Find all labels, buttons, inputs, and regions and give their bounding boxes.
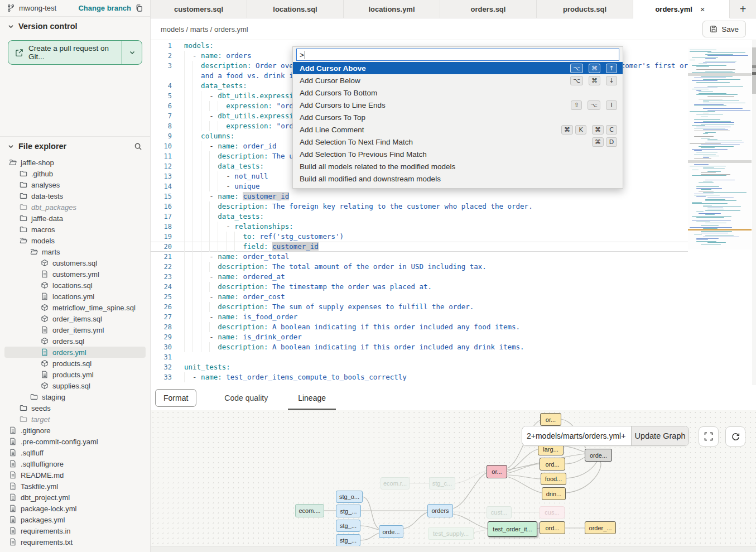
file-tree-item-order-items-yml[interactable]: order_items.yml (4, 324, 146, 335)
change-branch-link[interactable]: Change branch (78, 4, 131, 12)
bottom-tab-lineage[interactable]: Lineage (296, 385, 328, 410)
file-tree-item-order-items-sql[interactable]: order_items.sql (4, 313, 146, 324)
lineage-node-or-[interactable]: or... (540, 413, 561, 426)
fullscreen-button[interactable] (699, 426, 719, 447)
file-tree-item-requirements-txt[interactable]: requirements.txt (4, 536, 146, 548)
tab-locations-yml[interactable]: locations.yml (344, 0, 440, 18)
palette-item-build-all-modified-and-downstream-models[interactable]: Build all modified and downstream models (293, 172, 623, 185)
lineage-node-order-[interactable]: order_... (585, 521, 616, 534)
new-tab-button[interactable]: + (730, 0, 756, 18)
file-tree-item-supplies-sql[interactable]: supplies.sql (4, 380, 146, 391)
horizontal-scrollbar-track[interactable] (151, 546, 756, 552)
file-tree-item--pre-commit-config-yaml[interactable]: .pre-commit-config.yaml (4, 436, 146, 447)
tab-orders-yml[interactable]: orders.yml× (633, 0, 730, 18)
lineage-node-cust-[interactable]: cust... (487, 506, 512, 519)
file-tree-item-dbt-project-yml[interactable]: dbt_project.yml (4, 492, 146, 503)
file-tree-item-orders-yml[interactable]: orders.yml (4, 347, 146, 358)
palette-item-add-selection-to-previous-find-match[interactable]: Add Selection To Previous Find Match (293, 148, 623, 160)
file-tree-item--github[interactable]: .github (4, 168, 146, 179)
file-tree-item-locations-sql[interactable]: locations.sql (4, 280, 146, 291)
file-tree-item-packages-yml[interactable]: packages.yml (4, 514, 146, 525)
file-tree-item-metricflow-time-spine-sql[interactable]: metricflow_time_spine.sql (4, 302, 146, 313)
lineage-node-stg-[interactable]: stg_... (336, 505, 361, 517)
file-tree-item-target[interactable]: target (4, 414, 146, 425)
file-tree-item-package-lock-yml[interactable]: package-lock.yml (4, 503, 146, 514)
lineage-node-stg-[interactable]: stg_... (336, 534, 360, 546)
lineage-node-orde-[interactable]: orde... (379, 525, 403, 538)
lineage-node-or-[interactable]: or... (487, 465, 507, 478)
file-tree-item-customers-sql[interactable]: customers.sql (4, 257, 146, 268)
palette-item-add-cursor-above[interactable]: Add Cursor Above⌥⌘↑ (293, 62, 623, 74)
update-graph-button[interactable]: Update Graph (631, 426, 688, 445)
tab-orders-sql[interactable]: orders.sql (440, 0, 537, 18)
lineage-node-orders[interactable]: orders (427, 504, 453, 517)
file-tree-item-locations-yml[interactable]: locations.yml (4, 291, 146, 302)
file-tree-item-customers-yml[interactable]: customers.yml (4, 268, 146, 280)
format-button[interactable]: Format (155, 389, 196, 407)
file-tree-item--sqlfluff[interactable]: .sqlfluff (4, 447, 146, 458)
file-tree-item-seeds[interactable]: seeds (4, 402, 146, 414)
lineage-node-stg-o-[interactable]: stg_o... (336, 491, 363, 503)
file-tree-item-jaffle-data[interactable]: jaffle-data (4, 213, 146, 224)
lineage-node-ord-[interactable]: ord... (540, 458, 565, 471)
file-tree-item--sqlfluffignore[interactable]: .sqlfluffignore (4, 458, 146, 469)
palette-item-add-selection-to-next-find-match[interactable]: Add Selection To Next Find Match⌘D (293, 136, 623, 148)
search-icon[interactable] (134, 142, 142, 151)
palette-item-add-cursors-to-bottom[interactable]: Add Cursors To Bottom (293, 87, 623, 99)
bottom-tab-code-quality[interactable]: Code quality (222, 385, 270, 410)
lineage-node-ecom-r-[interactable]: ecom.r... (381, 477, 410, 489)
file-tree-item-taskfile-yml[interactable]: Taskfile.yml (4, 481, 146, 492)
file-explorer-header[interactable]: File explorer (0, 137, 150, 156)
lineage-node-orde-[interactable]: orde... (585, 449, 612, 462)
file-tree-item-data-tests[interactable]: data-tests (4, 190, 146, 201)
create-pr-dropdown[interactable] (122, 41, 142, 64)
lineage-node-stg-[interactable]: stg_... (336, 520, 360, 532)
code-token: description: (218, 262, 268, 271)
file-tree-item-products-yml[interactable]: products.yml (4, 369, 146, 380)
palette-item-add-cursors-to-top[interactable]: Add Cursors To Top (293, 111, 623, 123)
file-tree-item-orders-sql[interactable]: orders.sql (4, 335, 146, 347)
file-tree-item-readme-md[interactable]: README.md (4, 469, 146, 481)
code-token: - (209, 112, 218, 120)
lineage-selector-input[interactable] (522, 426, 631, 445)
file-tree-item-jaffle-shop[interactable]: jaffle-shop (4, 157, 146, 168)
lineage-canvas[interactable]: or...larg...orde...ord...or...food...eco… (151, 410, 756, 546)
file-tree-item-dbt-packages[interactable]: dbt_packages (4, 201, 146, 213)
lineage-node-test-supply-[interactable]: test_supply... (428, 527, 474, 540)
tab-customers-sql[interactable]: customers.sql (151, 0, 247, 18)
palette-item-add-cursors-to-line-ends[interactable]: Add Cursors to Line Ends⇧⌥I (293, 99, 623, 111)
lineage-node-cus-[interactable]: cus... (540, 506, 565, 519)
create-pr-button[interactable]: Create a pull request on Git... (8, 40, 142, 65)
doc-icon (9, 460, 17, 468)
lineage-node-food-[interactable]: food... (541, 473, 566, 485)
file-tree-item-products-sql[interactable]: products.sql (4, 358, 146, 369)
tab-locations-sql[interactable]: locations.sql (247, 0, 344, 18)
editor-scrollbar[interactable] (752, 40, 756, 385)
file-tree-item-analyses[interactable]: analyses (4, 179, 146, 190)
lineage-node-test-order-it-[interactable]: test_order_it... (488, 521, 537, 537)
palette-item-build-all-models-related-to-the-modified-models[interactable]: Build all models related to the modified… (293, 160, 623, 172)
file-tree-item-macros[interactable]: macros (4, 224, 146, 235)
main-area: customers.sqllocations.sqllocations.ymlo… (151, 0, 756, 552)
file-tree-item-requirements-in[interactable]: requirements.in (4, 525, 146, 536)
lineage-node-drin-[interactable]: drin... (542, 487, 566, 500)
version-control-header[interactable]: Version control (0, 17, 150, 36)
command-palette-input[interactable]: > (296, 49, 619, 61)
scrollbar-thumb[interactable] (752, 47, 756, 94)
palette-item-add-cursor-below[interactable]: Add Cursor Below⌥⌘↓ (293, 74, 623, 87)
file-tree-item--gitignore[interactable]: .gitignore (4, 425, 146, 436)
file-tree-item-marts[interactable]: marts (4, 246, 146, 257)
save-button[interactable]: Save (702, 21, 746, 37)
lineage-node-stg-c-[interactable]: stg_c... (429, 477, 455, 489)
file-tree-item-staging[interactable]: staging (4, 391, 146, 402)
tab-close-icon[interactable]: × (698, 4, 707, 14)
minimap[interactable] (688, 47, 752, 249)
tab-products-sql[interactable]: products.sql (537, 0, 633, 18)
copy-icon[interactable] (135, 4, 143, 12)
file-tree-item-models[interactable]: models (4, 235, 146, 246)
palette-item-add-line-comment[interactable]: Add Line Comment⌘K⌘C (293, 123, 623, 136)
indent-guides (184, 141, 209, 151)
refresh-button[interactable] (725, 426, 745, 447)
lineage-node-ecom-[interactable]: ecom.... (295, 504, 324, 517)
lineage-node-ord-[interactable]: ord... (540, 521, 565, 534)
